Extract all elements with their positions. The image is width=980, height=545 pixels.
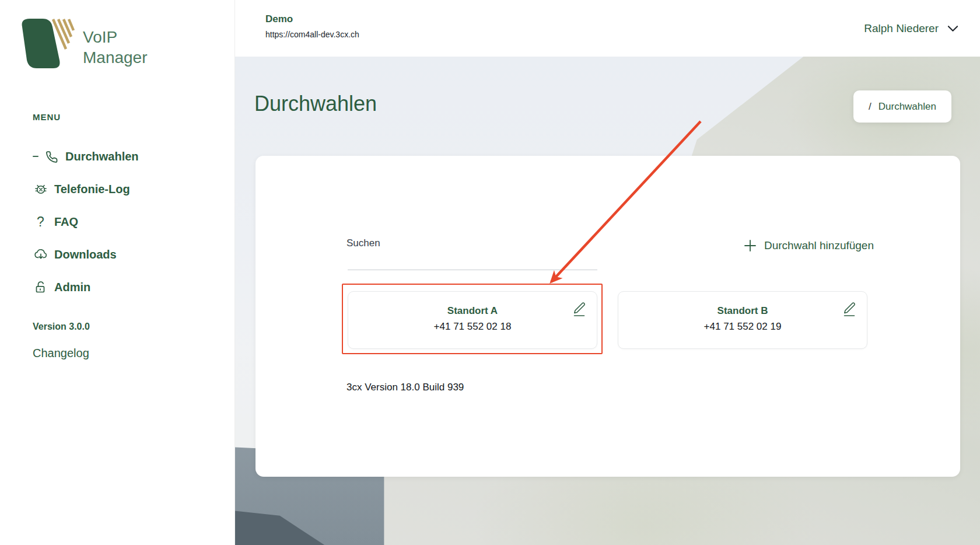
durchwahlen-panel: Durchwahl hinzufügen Standort A +41 71 5… — [256, 156, 960, 477]
sidebar-item-downloads[interactable]: Downloads — [0, 238, 235, 271]
page-title: Durchwahlen — [254, 92, 377, 116]
tenant-info: Demo https://com4all-dev.3cx.ch — [265, 13, 359, 39]
user-menu[interactable]: Ralph Niederer — [864, 0, 958, 57]
sidebar: VoIP Manager MENU Durchwahlen — [0, 0, 235, 545]
location-phone: +41 71 552 02 18 — [348, 321, 597, 333]
edit-button[interactable] — [570, 299, 590, 320]
breadcrumb[interactable]: / Durchwahlen — [853, 90, 951, 123]
sidebar-item-telefonie-log[interactable]: Telefonie-Log — [0, 173, 235, 205]
sidebar-item-durchwahlen[interactable]: Durchwahlen — [0, 140, 235, 173]
location-name: Standort A — [348, 305, 597, 317]
pencil-icon — [841, 299, 859, 318]
search-underline — [348, 270, 597, 270]
sidebar-nav: Durchwahlen Telefonie-Log ? FAQ — [0, 140, 235, 303]
phone-icon — [44, 149, 60, 165]
breadcrumb-separator: / — [869, 101, 872, 113]
plus-icon — [744, 239, 757, 252]
question-icon: ? — [33, 214, 48, 230]
location-card-standort-b[interactable]: Standort B +41 71 552 02 19 — [618, 291, 867, 349]
bug-icon — [33, 181, 48, 197]
user-name: Ralph Niederer — [864, 22, 939, 35]
location-phone: +41 71 552 02 19 — [618, 321, 867, 333]
edit-button[interactable] — [840, 299, 860, 320]
search-input[interactable] — [346, 232, 596, 255]
main-content: Durchwahlen / Durchwahlen Durchwahl hinz… — [235, 57, 980, 545]
system-version-note: 3cx Version 18.0 Build 939 — [346, 382, 464, 393]
pencil-icon — [571, 299, 589, 318]
tenant-url: https://com4all-dev.3cx.ch — [265, 30, 359, 39]
sidebar-item-admin[interactable]: Admin — [0, 271, 235, 303]
location-list: Standort A +41 71 552 02 18 Standort B +… — [348, 291, 867, 349]
app-version: Version 3.0.0 — [33, 322, 90, 332]
tenant-name: Demo — [265, 13, 359, 25]
active-indicator — [33, 156, 38, 158]
menu-section-label: MENU — [33, 112, 61, 122]
app-title: VoIP Manager — [83, 27, 148, 68]
breadcrumb-current[interactable]: Durchwahlen — [878, 101, 936, 113]
changelog-link[interactable]: Changelog — [33, 347, 89, 360]
top-header: Demo https://com4all-dev.3cx.ch Ralph Ni… — [235, 0, 980, 57]
chevron-down-icon — [947, 25, 958, 32]
app-logo[interactable]: VoIP Manager — [20, 19, 148, 70]
voip-manager-logo-icon — [20, 19, 76, 70]
lock-open-icon — [33, 280, 48, 295]
location-name: Standort B — [618, 305, 867, 317]
sidebar-item-faq[interactable]: ? FAQ — [0, 205, 235, 238]
cloud-download-icon — [33, 247, 48, 263]
location-card-standort-a[interactable]: Standort A +41 71 552 02 18 — [348, 291, 597, 349]
add-durchwahl-button[interactable]: Durchwahl hinzufügen — [744, 239, 874, 252]
